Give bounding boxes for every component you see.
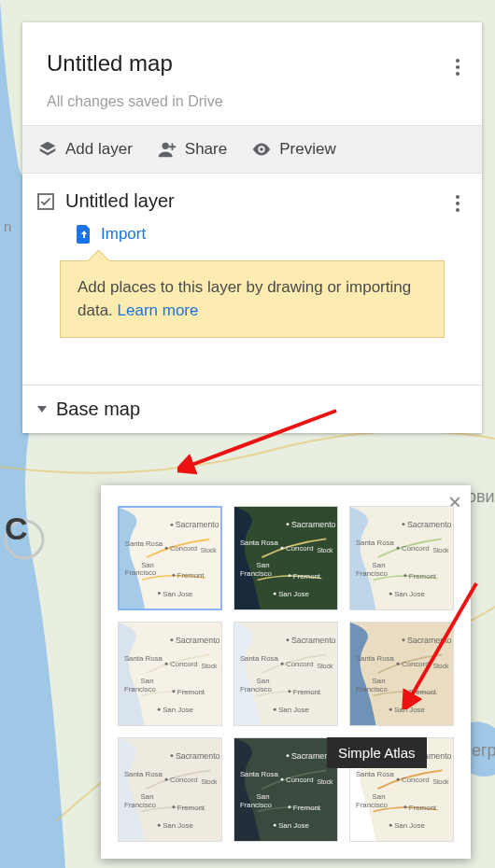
- basemap-label: Base map: [56, 399, 140, 420]
- svg-point-82: [402, 638, 404, 641]
- basemap-thumbnails: Sacramento Santa Rosa Concord Stock San …: [118, 506, 454, 842]
- svg-text:n: n: [4, 218, 11, 234]
- svg-text:Stock: Stock: [432, 547, 449, 553]
- svg-point-7: [260, 147, 263, 151]
- map-title[interactable]: Untitled map: [47, 50, 458, 77]
- svg-point-20: [158, 592, 161, 595]
- toolbar: Add layer Share Preview: [22, 125, 482, 174]
- svg-text:Sacramento: Sacramento: [291, 520, 336, 529]
- svg-point-72: [274, 708, 276, 711]
- svg-point-58: [172, 690, 175, 693]
- svg-text:Stock: Stock: [432, 778, 449, 785]
- svg-text:San: San: [373, 561, 386, 569]
- basemap-thumb-light-political[interactable]: Sacramento Santa Rosa Concord Stock San …: [118, 622, 222, 726]
- svg-text:San: San: [141, 561, 154, 569]
- basemap-thumb-satellite[interactable]: Sacramento Santa Rosa Concord Stock San …: [233, 506, 338, 610]
- share-label: Share: [185, 140, 227, 159]
- svg-text:Concord: Concord: [286, 660, 314, 668]
- svg-text:Santa Rosa: Santa Rosa: [240, 770, 279, 778]
- save-status: All changes saved in Drive: [47, 93, 458, 110]
- basemap-thumb-map[interactable]: Sacramento Santa Rosa Concord Stock San …: [118, 506, 222, 610]
- person-add-icon: [157, 139, 177, 160]
- svg-text:Stock: Stock: [432, 663, 449, 669]
- svg-text:Concord: Concord: [170, 776, 198, 784]
- svg-text:Santa Rosa: Santa Rosa: [356, 654, 395, 663]
- svg-text:Francisco: Francisco: [356, 685, 389, 693]
- layer-menu-button[interactable]: [446, 192, 469, 215]
- basemap-thumb-light-landmass[interactable]: Sacramento Santa Rosa Concord Stock San …: [118, 737, 222, 842]
- svg-text:Sacramento: Sacramento: [407, 520, 452, 529]
- layer-name[interactable]: Untitled layer: [65, 190, 175, 212]
- svg-point-108: [286, 754, 289, 757]
- svg-point-71: [288, 690, 290, 693]
- svg-point-83: [397, 663, 400, 665]
- svg-point-95: [170, 754, 173, 757]
- svg-text:Concord: Concord: [286, 776, 314, 784]
- svg-text:Fremont: Fremont: [293, 804, 321, 812]
- svg-text:ови: ови: [467, 487, 495, 506]
- basemap-thumb-terrain[interactable]: Sacramento Santa Rosa Concord Stock San …: [349, 506, 454, 610]
- import-file-icon: [77, 225, 92, 244]
- svg-text:San: San: [257, 561, 270, 569]
- svg-point-30: [286, 523, 289, 525]
- svg-point-70: [281, 663, 284, 665]
- svg-text:San: San: [373, 792, 386, 801]
- svg-text:C: C: [5, 511, 28, 546]
- svg-point-32: [288, 574, 290, 577]
- svg-text:Francisco: Francisco: [124, 685, 157, 693]
- svg-point-59: [158, 708, 161, 711]
- svg-text:Santa Rosa: Santa Rosa: [124, 654, 163, 663]
- svg-point-96: [165, 778, 168, 781]
- svg-point-109: [281, 778, 284, 781]
- svg-text:San Jose: San Jose: [163, 590, 192, 598]
- svg-text:San Jose: San Jose: [394, 821, 425, 830]
- svg-point-44: [397, 547, 400, 550]
- svg-point-124: [389, 824, 392, 827]
- svg-text:Stock: Stock: [201, 547, 218, 553]
- svg-point-69: [286, 638, 289, 641]
- svg-point-56: [170, 638, 173, 641]
- svg-point-97: [172, 805, 175, 808]
- svg-text:Stock: Stock: [201, 663, 218, 669]
- svg-text:Francisco: Francisco: [124, 801, 157, 809]
- svg-point-45: [403, 574, 406, 577]
- preview-button[interactable]: Preview: [251, 139, 335, 160]
- svg-point-6: [162, 143, 168, 149]
- svg-text:San: San: [257, 677, 270, 685]
- svg-text:Francisco: Francisco: [356, 801, 389, 809]
- svg-text:Stock: Stock: [317, 663, 333, 669]
- svg-text:Francisco: Francisco: [125, 568, 156, 577]
- basemap-thumb-dark-landmass[interactable]: Sacramento Santa Rosa Concord Stock San …: [233, 737, 338, 842]
- svg-text:San Jose: San Jose: [394, 706, 425, 714]
- svg-text:Sacramento: Sacramento: [407, 636, 452, 645]
- layer-visibility-checkbox[interactable]: [37, 193, 54, 210]
- svg-point-98: [158, 824, 161, 827]
- layer-section: Untitled layer Import Add places to this…: [22, 174, 482, 358]
- svg-text:Santa Rosa: Santa Rosa: [240, 539, 279, 547]
- learn-more-link[interactable]: Learn more: [118, 301, 199, 319]
- map-menu-button[interactable]: [446, 56, 469, 78]
- svg-text:Concord: Concord: [286, 544, 314, 553]
- svg-text:Fremont: Fremont: [293, 572, 321, 581]
- import-label: Import: [101, 225, 146, 244]
- svg-text:San: San: [373, 677, 386, 685]
- svg-text:Fremont: Fremont: [177, 571, 205, 580]
- basemap-tooltip: Simple Atlas: [327, 737, 427, 768]
- svg-point-84: [403, 690, 406, 693]
- import-button[interactable]: Import: [77, 225, 467, 244]
- svg-text:Santa Rosa: Santa Rosa: [356, 539, 395, 547]
- svg-point-19: [172, 574, 175, 577]
- svg-text:Sacramento: Sacramento: [176, 636, 220, 645]
- share-button[interactable]: Share: [157, 139, 227, 160]
- svg-text:San Jose: San Jose: [394, 590, 425, 598]
- basemap-thumb-simple-atlas[interactable]: Sacramento Santa Rosa Concord Stock San …: [349, 622, 454, 726]
- svg-point-111: [274, 824, 276, 827]
- svg-point-46: [389, 593, 392, 595]
- svg-text:Fremont: Fremont: [409, 804, 437, 812]
- add-layer-button[interactable]: Add layer: [37, 139, 133, 160]
- svg-point-17: [170, 524, 173, 526]
- svg-text:Francisco: Francisco: [240, 685, 273, 693]
- basemap-thumb-mono-city[interactable]: Sacramento Santa Rosa Concord Stock San …: [233, 622, 338, 726]
- basemap-section[interactable]: Base map: [22, 385, 482, 433]
- svg-text:Concord: Concord: [402, 660, 430, 668]
